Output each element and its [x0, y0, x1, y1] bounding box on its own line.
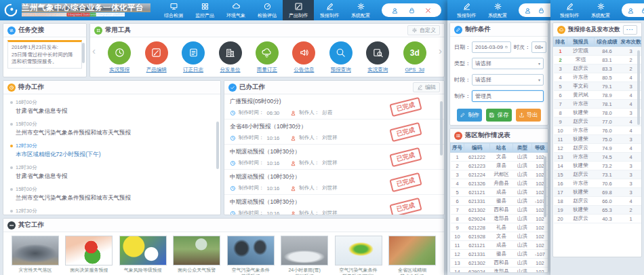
table-row[interactable]: 2 621223 康县 山洪 102 — [451, 162, 548, 170]
tool-item[interactable]: 分发单位 — [219, 41, 242, 73]
scrollbar[interactable] — [544, 156, 546, 217]
time-select[interactable]: 08 — [531, 41, 546, 53]
table-row[interactable]: 12 621331 徽县 山洪 -107 — [451, 250, 548, 259]
table-row[interactable]: 20 赵庆云 40.3 1 — [554, 215, 642, 223]
customize-button[interactable]: 自定义 — [407, 25, 440, 35]
edit-button[interactable]: 编辑 — [413, 82, 440, 92]
scrollbar[interactable] — [82, 43, 85, 63]
nav-item[interactable]: 预报制作 — [314, 0, 345, 20]
table-row[interactable]: 6 621331 徽县 山洪 -107 — [451, 197, 548, 206]
nav-item[interactable]: 预报制作 — [554, 0, 585, 20]
period-select[interactable]: 请选择 — [472, 74, 544, 86]
table-row[interactable]: 11 狄建荣 75.0 3 — [554, 135, 642, 144]
chevron-left-icon[interactable]: ‹ — [92, 45, 96, 56]
action-button[interactable]: 保存 — [486, 109, 511, 122]
maker-input[interactable] — [475, 93, 540, 99]
table-row[interactable]: 15 赵庆云 73.1 3 — [554, 170, 642, 179]
done-item[interactable]: 中期滚动预报（10时30分） 制作时间： 10:16 制作人： 刘世祥 — [224, 195, 444, 215]
table-row[interactable]: 10 许东蓓 76.0 4 — [554, 126, 642, 135]
table-row[interactable]: 6 黄武斌 78.9 4 — [554, 91, 642, 100]
table-row[interactable]: 2 宋强 83.1 2 — [554, 56, 642, 65]
handover-notice[interactable]: 2016年1月23日发布: 25日降雪过程中长时间的降温和积雪预报服务。 — [7, 40, 82, 69]
todo-item[interactable]: 15时00分 兰州市空气污染气象条件预报和城市天气预报 — [10, 186, 214, 202]
work-thumbnail-item[interactable]: 全省区域精细 格点化预报 — [387, 236, 437, 275]
tool-item[interactable]: 公告信息 — [292, 41, 315, 73]
todo-item[interactable]: 16时00分 甘肃省气象信息专报 — [10, 99, 214, 115]
todo-item[interactable]: 12时30分 甘肃省气象信息专报 — [10, 164, 214, 181]
lock-icon[interactable] — [641, 7, 644, 14]
type-select[interactable]: 请选择 — [472, 58, 544, 69]
done-item[interactable]: 全省48小时预报（10时30分） 制作时间： 10:16 制作人： 刘世祥 — [224, 120, 444, 145]
table-row[interactable]: 14 狄建荣 73.2 3 — [554, 162, 642, 170]
maker-field[interactable] — [472, 90, 544, 102]
close-icon[interactable] — [424, 7, 432, 14]
nav-item[interactable]: 产品制作 — [283, 0, 314, 20]
table-row[interactable]: 9 赵庆云 77.0 4 — [554, 117, 642, 126]
nav-item[interactable]: 系统配置 — [585, 0, 616, 20]
table-row[interactable]: 4 许东蓓 80.5 4 — [554, 73, 642, 82]
table-row[interactable]: 18 赵庆云 66.0 4 — [554, 197, 642, 206]
scrollbar[interactable] — [637, 50, 640, 125]
table-row[interactable]: 16 许东蓓 70.6 3 — [554, 179, 642, 188]
table-row[interactable]: 14 629024 迭部县 山洪 102 — [451, 268, 548, 274]
chevron-right-icon[interactable]: › — [439, 45, 442, 56]
table-row[interactable]: 5 621121 成县 山洪 102 — [451, 188, 548, 197]
done-item[interactable]: 中期滚动预报（10时30分） 制作时间： 10:16 制作人： 刘世祥 — [224, 170, 444, 195]
todo-item[interactable]: 12时30分 本市区域精细化72小时预报(下午) — [10, 143, 214, 159]
work-thumbnail-item[interactable]: 面向决策服务预报 — [64, 236, 114, 274]
work-thumbnail-item[interactable]: 空气污染气象条件 指导预报(国家) — [334, 236, 384, 275]
table-row[interactable]: 1 621222 文县 山洪 102 — [451, 153, 548, 162]
more-menu-button[interactable]: ··· — [623, 25, 637, 35]
table-row[interactable]: 5 李文莉 79.1 3 — [554, 82, 642, 91]
done-item[interactable]: 广播预报(05时00分) 制作时间： 06:30 制作人： 彭霞 — [224, 94, 444, 120]
work-thumbnail-item[interactable]: 灾害性天气落区 — [10, 236, 60, 274]
date-field[interactable] — [472, 41, 511, 53]
date-input[interactable] — [475, 44, 505, 50]
table-row[interactable]: 7 621302 西和县 山洪 102 — [451, 206, 548, 215]
nav-item[interactable]: 监控产品 — [189, 0, 220, 20]
table-row[interactable]: 3 621224 武都区 山洪 102 — [451, 170, 548, 179]
nav-item[interactable]: 环境气象 — [220, 0, 251, 20]
table-row[interactable]: 9 621228 礼县 山洪 102 — [451, 223, 548, 232]
nav-item[interactable]: 综合检测 — [158, 0, 189, 20]
user-icon[interactable] — [391, 7, 399, 14]
table-row[interactable]: 8 狄建荣 78.0 3 — [554, 109, 642, 117]
table-row[interactable]: 13 许东蓓 74.5 4 — [554, 153, 642, 162]
user-icon[interactable] — [627, 7, 635, 14]
table-row[interactable]: 4 621326 舟曲县 山洪 102 — [451, 179, 548, 188]
tool-item[interactable]: 雨量订正 — [256, 41, 279, 73]
nav-item[interactable]: 系统配置 — [482, 0, 513, 20]
tool-item[interactable]: 产品编辑 — [145, 41, 168, 73]
action-button[interactable]: 制作 — [457, 109, 482, 122]
table-row[interactable]: 13 621302 西和县 山洪 102 — [451, 259, 548, 268]
scrollbar[interactable] — [216, 122, 219, 169]
work-thumbnail-item[interactable]: 气象风险等级预报 — [118, 236, 168, 274]
lock-icon[interactable] — [408, 7, 416, 14]
tool-item[interactable]: 预报查询 — [329, 41, 353, 73]
nav-item[interactable]: 检验评估 — [251, 0, 283, 20]
table-row[interactable]: 10 621928 文县 山洪 102 — [451, 232, 548, 241]
table-row[interactable]: 19 狄建荣 65.3 2 — [554, 206, 642, 215]
table-row[interactable]: 11 621121 成县 山洪 102 — [451, 241, 548, 250]
table-row[interactable]: 3 赵庆云 83.3 2 — [554, 65, 642, 73]
tool-item[interactable]: 实况查询 — [366, 41, 389, 73]
work-thumbnail-item[interactable]: 空气污染气象条件 等级预报 — [226, 236, 276, 275]
todo-item[interactable]: 12时30分 本市区域精细化72小时预报(下午) — [10, 208, 214, 215]
table-row[interactable]: 12 赵庆云 74.9 4 — [554, 144, 642, 153]
tool-item[interactable]: 实况预报 — [108, 41, 131, 73]
table-row[interactable]: 7 许东蓓 78.1 4 — [554, 100, 642, 109]
work-thumbnail-item[interactable]: 面向公众天气预警 — [172, 236, 222, 274]
tool-item[interactable]: 3d GPS_3d — [403, 41, 426, 73]
table-row[interactable]: 1 沙宏娥 84.6 3 — [554, 47, 642, 56]
lock-icon[interactable] — [538, 7, 545, 14]
tool-item[interactable]: 订正日志 — [182, 41, 205, 73]
nav-item[interactable]: 系统配置 — [345, 0, 376, 20]
scrollbar[interactable] — [440, 101, 443, 155]
user-icon[interactable] — [524, 7, 531, 14]
table-row[interactable]: 17 狄建荣 69.8 3 — [554, 188, 642, 197]
work-thumbnail-item[interactable]: 24小时暴雨(雪) 落区预报 — [279, 236, 329, 275]
table-row[interactable]: 8 629024 迭部县 山洪 102 — [451, 215, 548, 223]
done-item[interactable]: 中期滚动预报（10时30分） 制作时间： 10:16 制作人： 刘世祥 — [224, 145, 444, 170]
nav-item[interactable]: 预报制作 — [451, 0, 482, 20]
todo-item[interactable]: 15时00分 兰州市空气污染气象条件预报和城市天气预报 — [10, 121, 214, 137]
